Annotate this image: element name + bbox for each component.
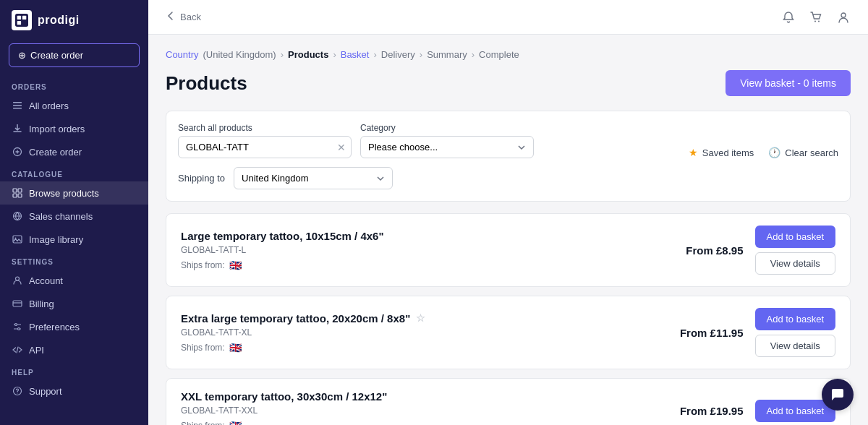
browse-products-label: Browse products — [29, 188, 99, 199]
breadcrumb-country[interactable]: Country — [166, 49, 199, 60]
svg-rect-1 — [17, 16, 21, 20]
profile-icon[interactable] — [836, 10, 851, 25]
clear-input-button[interactable]: ✕ — [337, 142, 346, 153]
account-label: Account — [29, 275, 63, 286]
add-to-basket-button[interactable]: Add to basket — [755, 226, 836, 248]
channel-icon — [12, 210, 23, 222]
sidebar-item-preferences[interactable]: Preferences — [0, 315, 148, 338]
sidebar-item-image-library[interactable]: Image library — [0, 228, 148, 251]
svg-rect-6 — [13, 108, 22, 109]
user-icon — [12, 275, 23, 286]
cart-icon[interactable] — [809, 10, 823, 25]
breadcrumb-sep-4: › — [420, 49, 422, 60]
breadcrumb-basket[interactable]: Basket — [341, 49, 370, 60]
add-to-basket-button[interactable]: Add to basket — [755, 308, 836, 330]
preferences-label: Preferences — [29, 322, 80, 332]
help-icon — [12, 385, 23, 397]
star-icon: ★ — [689, 147, 698, 158]
svg-point-22 — [818, 20, 820, 22]
image-library-label: Image library — [29, 234, 83, 245]
favorite-icon[interactable]: ☆ — [416, 312, 425, 324]
product-card: Extra large temporary tattoo, 20x20cm / … — [166, 296, 851, 369]
sidebar-item-all-orders[interactable]: All orders — [0, 94, 148, 117]
svg-rect-10 — [13, 194, 17, 197]
billing-label: Billing — [29, 299, 54, 309]
product-info: XXL temporary tattoo, 30x30cm / 12x12" G… — [181, 390, 680, 425]
product-ships: Ships from: 🇬🇧 — [181, 420, 680, 425]
products-list: Large temporary tattoo, 10x15cm / 4x6" G… — [166, 213, 851, 425]
help-section-label: HELP — [0, 361, 148, 379]
all-orders-label: All orders — [29, 100, 69, 111]
view-details-button[interactable]: View details — [755, 252, 836, 275]
svg-point-20 — [17, 393, 18, 394]
sidebar-item-api[interactable]: API — [0, 338, 148, 361]
breadcrumb: Country (United Kingdom) › Products › Ba… — [166, 49, 851, 60]
main-content: Back Country (United Kingdom) › Products… — [148, 0, 868, 425]
category-select[interactable]: Please choose... — [360, 136, 534, 158]
catalogue-section-label: CATALOGUE — [0, 163, 148, 181]
svg-point-15 — [16, 277, 20, 280]
notifications-icon[interactable] — [781, 10, 796, 25]
svg-rect-16 — [13, 301, 22, 306]
breadcrumb-country-value: (United Kingdom) — [203, 49, 276, 60]
shipping-select[interactable]: United Kingdom — [234, 167, 393, 189]
logo-icon — [12, 10, 32, 30]
breadcrumb-delivery: Delivery — [381, 49, 415, 60]
saved-items-button[interactable]: ★ Saved items — [689, 147, 754, 158]
product-card: Large temporary tattoo, 10x15cm / 4x6" G… — [166, 213, 851, 287]
clear-search-button[interactable]: 🕐 Clear search — [768, 147, 838, 158]
credit-card-icon — [12, 298, 23, 309]
flag-icon: 🇬🇧 — [229, 342, 242, 353]
breadcrumb-complete: Complete — [479, 49, 519, 60]
topbar: Back — [148, 0, 868, 35]
sales-channels-label: Sales channels — [29, 211, 93, 222]
plus-icon: ⊕ — [18, 50, 26, 61]
product-actions: From £19.95 Add to basket — [680, 400, 835, 422]
flag-icon: 🇬🇧 — [229, 420, 242, 425]
product-name: Large temporary tattoo, 10x15cm / 4x6" — [181, 230, 686, 242]
breadcrumb-sep-5: › — [472, 49, 475, 60]
breadcrumb-sep-1: › — [281, 49, 284, 60]
svg-point-17 — [15, 324, 17, 326]
create-order-label: Create order — [29, 147, 82, 158]
breadcrumb-products: Products — [288, 49, 328, 60]
search-field: Search all products ✕ — [178, 123, 352, 158]
sidebar-item-billing[interactable]: Billing — [0, 292, 148, 315]
image-icon — [12, 233, 23, 245]
view-details-button[interactable]: View details — [755, 335, 836, 357]
flag-icon: 🇬🇧 — [229, 259, 242, 271]
sidebar-item-sales-channels[interactable]: Sales channels — [0, 205, 148, 228]
sidebar-item-browse-products[interactable]: Browse products — [0, 181, 148, 205]
search-row: Search all products ✕ Category Please ch… — [178, 123, 838, 158]
create-order-button[interactable]: ⊕ Create order — [9, 43, 140, 67]
search-input[interactable] — [178, 136, 352, 158]
product-actions: From £11.95 Add to basket View details — [680, 308, 835, 357]
sidebar-item-account[interactable]: Account — [0, 269, 148, 292]
sidebar-item-support[interactable]: Support — [0, 379, 148, 403]
sidebar-item-import-orders[interactable]: Import orders — [0, 117, 148, 140]
api-label: API — [29, 345, 44, 356]
clock-icon: 🕐 — [768, 147, 780, 158]
breadcrumb-sep-2: › — [333, 49, 336, 60]
svg-point-21 — [814, 20, 816, 22]
product-name: Extra large temporary tattoo, 20x20cm / … — [181, 312, 680, 325]
svg-rect-9 — [18, 189, 22, 192]
category-label: Category — [360, 123, 534, 133]
page-header: Products View basket - 0 items — [166, 70, 851, 96]
product-card: XXL temporary tattoo, 30x30cm / 12x12" G… — [166, 378, 851, 425]
grid-icon — [12, 187, 23, 199]
product-price: From £11.95 — [680, 327, 744, 339]
back-link[interactable]: Back — [166, 11, 201, 23]
svg-rect-2 — [22, 16, 26, 20]
breadcrumb-summary: Summary — [427, 49, 467, 60]
view-basket-button[interactable]: View basket - 0 items — [726, 70, 851, 96]
page-title: Products — [166, 72, 247, 95]
sidebar-logo: prodigi — [0, 0, 148, 40]
chat-button[interactable] — [822, 379, 854, 411]
sidebar-item-create-order[interactable]: Create order — [0, 140, 148, 163]
svg-rect-4 — [13, 102, 22, 103]
svg-rect-0 — [15, 14, 28, 27]
add-to-basket-button[interactable]: Add to basket — [755, 400, 836, 422]
product-info: Extra large temporary tattoo, 20x20cm / … — [181, 312, 680, 353]
search-actions: ★ Saved items 🕐 Clear search — [689, 147, 838, 158]
